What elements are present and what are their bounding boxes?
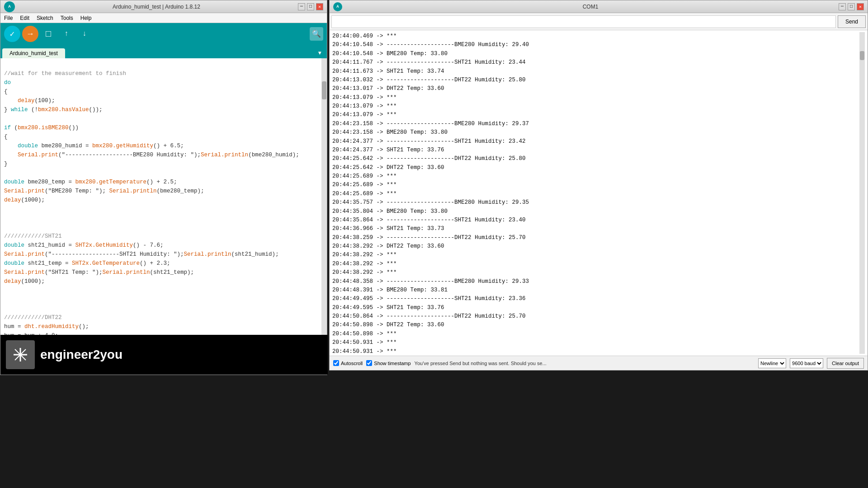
serial-output: 20:44:00.469 -> *** 20:44:10.548 -> ----…	[330, 30, 868, 356]
com-close-button[interactable]: ✕	[857, 3, 864, 10]
window-controls: ─ □ ✕	[298, 3, 323, 10]
open-button[interactable]: ↑	[58, 26, 75, 42]
status-message: You've pressed Send but nothing was sent…	[415, 361, 755, 366]
com-logo-icon: A	[333, 2, 342, 11]
menu-tools[interactable]: Tools	[59, 15, 75, 21]
autoscroll-group: Autoscroll	[333, 360, 363, 366]
timestamp-group: Show timestamp	[366, 360, 410, 366]
toolbar: ✓ → □ ↑ ↓ 🔍	[0, 23, 327, 45]
watermark-text: engineer2you	[40, 347, 123, 362]
verify-button[interactable]: ✓	[4, 26, 20, 42]
arduino-titlebar: A Arduino_humid_test | Arduino 1.8.12 ─ …	[0, 0, 327, 13]
arduino-logo-icon: A	[4, 1, 15, 12]
save-button[interactable]: ↓	[76, 26, 93, 42]
tab-arduino-humid-test[interactable]: Arduino_humid_test	[2, 48, 65, 58]
autoscroll-checkbox[interactable]	[333, 360, 339, 366]
upload-button[interactable]: →	[22, 26, 38, 42]
com-statusbar: Autoscroll Show timestamp You've pressed…	[330, 356, 868, 370]
com-window-controls: ─ □ ✕	[839, 3, 864, 10]
watermark: engineer2you	[0, 335, 328, 375]
close-button[interactable]: ✕	[316, 3, 323, 10]
autoscroll-label: Autoscroll	[341, 361, 363, 366]
new-button[interactable]: □	[40, 26, 57, 42]
arduino-window: A Arduino_humid_test | Arduino 1.8.12 ─ …	[0, 0, 327, 375]
watermark-icon	[6, 340, 35, 369]
com-title: COM1	[342, 4, 839, 10]
menu-help[interactable]: Help	[79, 15, 94, 21]
maximize-button[interactable]: □	[307, 3, 314, 10]
tab-dropdown-button[interactable]: ▼	[315, 48, 325, 58]
scrollbar-thumb[interactable]	[322, 81, 326, 99]
send-button[interactable]: Send	[838, 15, 866, 28]
tab-bar: Arduino_humid_test ▼	[0, 45, 327, 58]
code-editor[interactable]: //wait for the measurement to finish do …	[0, 58, 327, 365]
com-input-bar: Send	[330, 13, 868, 30]
vertical-scrollbar[interactable]	[321, 58, 327, 365]
timestamp-label: Show timestamp	[374, 361, 410, 366]
menu-file[interactable]: File	[2, 15, 14, 21]
code-content: //wait for the measurement to finish do …	[0, 58, 321, 365]
com-titlebar: A COM1 ─ □ ✕	[330, 0, 868, 13]
com-maximize-button[interactable]: □	[848, 3, 855, 10]
menu-bar: File Edit Sketch Tools Help	[0, 13, 327, 23]
newline-select[interactable]: Newline	[758, 358, 786, 368]
menu-edit[interactable]: Edit	[18, 15, 31, 21]
baud-select[interactable]: 9600 baud	[790, 358, 823, 368]
com-window: A COM1 ─ □ ✕ Send 20:44:00.469 -> *** 20…	[329, 0, 868, 371]
menu-sketch[interactable]: Sketch	[35, 15, 55, 21]
com-vertical-scrollbar[interactable]	[859, 32, 865, 354]
serial-lines: 20:44:00.469 -> *** 20:44:10.548 -> ----…	[332, 32, 859, 354]
search-icon[interactable]: 🔍	[310, 27, 323, 41]
arduino-window-title: Arduino_humid_test | Arduino 1.8.12	[15, 4, 298, 10]
com-minimize-button[interactable]: ─	[839, 3, 846, 10]
minimize-button[interactable]: ─	[298, 3, 305, 10]
clear-output-button[interactable]: Clear output	[827, 358, 864, 369]
com-scrollbar-thumb[interactable]	[860, 51, 864, 60]
tab-label: Arduino_humid_test	[9, 50, 58, 56]
com-input-field[interactable]	[331, 15, 836, 28]
timestamp-checkbox[interactable]	[366, 360, 372, 366]
